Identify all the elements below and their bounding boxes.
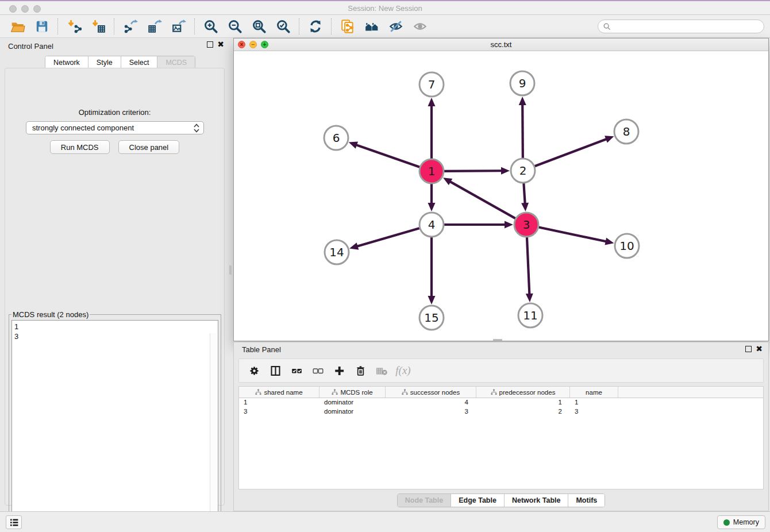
graph-node-15[interactable]: 15 [419, 306, 444, 330]
tab-style[interactable]: Style [88, 56, 121, 68]
table-cell[interactable]: 3 [239, 407, 319, 417]
graph-edge-4-3[interactable] [444, 221, 513, 229]
zoom-fit-button[interactable] [247, 17, 271, 36]
export-table-button[interactable] [143, 17, 167, 36]
tab-edge-table[interactable]: Edge Table [451, 494, 505, 507]
select-all-rows-button[interactable] [286, 362, 307, 379]
export-table-icon [147, 19, 162, 34]
tab-mcds[interactable]: MCDS [157, 56, 195, 68]
task-history-button[interactable] [6, 515, 22, 529]
graph-node-2[interactable]: 2 [511, 159, 535, 183]
close-panel-button[interactable]: Close panel [118, 140, 180, 154]
open-file-button[interactable] [6, 17, 30, 36]
graph-node-9[interactable]: 9 [510, 71, 534, 95]
close-table-panel-icon[interactable]: ✖ [756, 346, 763, 352]
horizontal-splitter-handle[interactable] [493, 339, 502, 341]
tab-node-table[interactable]: Node Table [398, 494, 451, 507]
deselect-all-rows-button[interactable] [307, 362, 329, 379]
node-table: shared nameMCDS rolesuccessor nodesprede… [238, 386, 764, 489]
graph-node-11[interactable]: 11 [518, 303, 542, 327]
first-neighbors-button[interactable] [360, 17, 384, 36]
column-header-name[interactable]: name [570, 387, 618, 398]
save-session-button[interactable] [30, 17, 54, 36]
export-network-button[interactable] [118, 17, 143, 36]
column-header-MCDS-role[interactable]: MCDS role [319, 387, 386, 398]
graph-node-14[interactable]: 14 [325, 240, 349, 264]
float-table-panel-icon[interactable] [745, 346, 752, 352]
clone-network-button[interactable] [336, 17, 360, 36]
graph-edge-1-7[interactable] [428, 98, 436, 159]
close-panel-icon[interactable]: ✖ [217, 41, 224, 48]
result-scrollbar[interactable] [210, 333, 217, 532]
application-window: Session: New Session Control Panel ✖ Net… [0, 0, 770, 532]
table-row[interactable]: 3dominator323 [239, 407, 763, 417]
tab-network-table[interactable]: Network Table [505, 494, 569, 507]
vertical-splitter-handle[interactable] [229, 265, 232, 275]
import-table-button[interactable] [86, 17, 110, 36]
tab-motifs[interactable]: Motifs [568, 494, 605, 507]
zoom-selected-button[interactable] [271, 17, 295, 36]
table-row[interactable]: 1dominator411 [239, 398, 763, 407]
graph-edge-1-2[interactable] [444, 167, 510, 175]
mcds-result-textarea[interactable]: 1 3 [11, 320, 218, 522]
table-cell[interactable]: 1 [239, 398, 319, 407]
graph-edge-4-15[interactable] [428, 237, 436, 304]
column-header-shared-name[interactable]: shared name [239, 387, 319, 398]
criterion-dropdown[interactable]: strongly connected component [26, 121, 204, 134]
delete-column-button[interactable] [350, 362, 371, 379]
zoom-out-button[interactable] [223, 17, 247, 36]
column-header-successor-nodes[interactable]: successor nodes [386, 387, 476, 398]
table-cell[interactable]: 2 [476, 407, 570, 417]
float-panel-icon[interactable] [207, 41, 213, 48]
graph-node-4[interactable]: 4 [419, 213, 444, 237]
network-window-titlebar[interactable]: × − + scc.txt [234, 38, 768, 51]
graph-edge-1-6[interactable] [349, 141, 420, 167]
table-cell[interactable]: 3 [570, 407, 618, 417]
hide-selected-button[interactable] [384, 17, 408, 36]
memory-label: Memory [733, 518, 759, 526]
table-cell[interactable]: 1 [476, 398, 570, 407]
import-network-button[interactable] [62, 17, 86, 36]
run-mcds-button[interactable]: Run MCDS [50, 140, 110, 154]
tab-select[interactable]: Select [121, 56, 158, 68]
import-table-icon [91, 19, 106, 34]
graph-edge-4-14[interactable] [349, 228, 419, 249]
graph-edge-2-9[interactable] [519, 97, 526, 158]
export-image-button[interactable] [167, 17, 191, 36]
zoom-in-button[interactable] [199, 17, 223, 36]
graph-node-10[interactable]: 10 [615, 234, 639, 258]
table-cell[interactable]: 3 [386, 407, 476, 417]
memory-button[interactable]: Memory [717, 515, 765, 529]
window-titlebar: Session: New Session [0, 0, 770, 15]
refresh-layout-button[interactable] [303, 17, 328, 36]
add-column-button[interactable] [329, 362, 350, 379]
graph-edge-1-4[interactable] [428, 184, 436, 211]
search-box[interactable] [598, 20, 764, 33]
network-canvas[interactable]: 7968124314101511 [234, 51, 768, 341]
graph-edge-3-10[interactable] [539, 228, 614, 245]
graph-edge-2-3[interactable] [521, 183, 529, 211]
svg-text:1: 1 [428, 164, 436, 178]
table-cell[interactable]: 1 [570, 398, 618, 407]
graph-edge-3-11[interactable] [526, 237, 533, 302]
table-cell[interactable]: dominator [319, 407, 386, 417]
graph-edge-2-8[interactable] [535, 136, 614, 166]
graph-node-6[interactable]: 6 [324, 126, 348, 150]
deselect-all-rows-icon [312, 365, 324, 377]
tab-network[interactable]: Network [45, 56, 88, 68]
column-header-predecessor-nodes[interactable]: predecessor nodes [476, 387, 570, 398]
graph-edge-3-1[interactable] [443, 178, 515, 218]
table-cell[interactable]: dominator [319, 398, 386, 407]
graph-node-7[interactable]: 7 [419, 72, 444, 97]
graph-node-1[interactable]: 1 [419, 159, 444, 183]
table-cell[interactable]: 4 [386, 398, 476, 407]
zoom-in-icon [203, 19, 218, 34]
graph-node-8[interactable]: 8 [614, 119, 638, 144]
column-type-icon [491, 389, 497, 395]
graph-node-3[interactable]: 3 [514, 213, 538, 237]
svg-text:2: 2 [519, 164, 527, 178]
search-input[interactable] [611, 21, 764, 32]
show-columns-button[interactable] [265, 362, 286, 379]
toolbar-separator [194, 18, 195, 34]
table-settings-button[interactable] [244, 362, 265, 379]
